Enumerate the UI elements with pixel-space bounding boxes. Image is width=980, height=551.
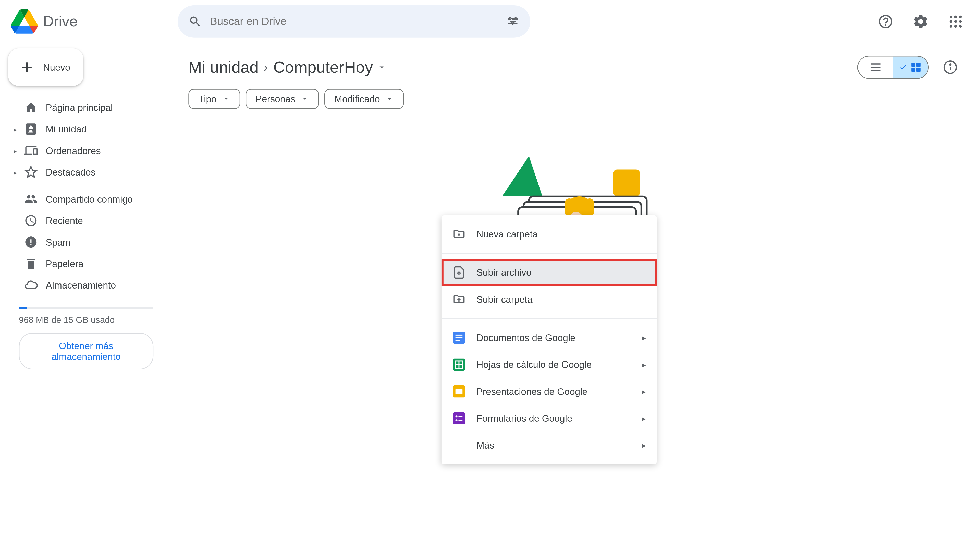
menu-upload-file[interactable]: Subir archivo (442, 259, 657, 286)
menu-item-label: Más (476, 440, 494, 451)
new-button-label: Nuevo (43, 62, 70, 73)
menu-google-slides[interactable]: Presentaciones de Google ▸ (442, 378, 657, 405)
sidebar-item-home[interactable]: Página principal (8, 97, 164, 118)
svg-point-15 (954, 25, 957, 28)
file-upload-icon (452, 266, 466, 279)
breadcrumb: Mi unidad › ComputerHoy (188, 58, 387, 77)
grid-icon (910, 61, 922, 73)
gear-icon (913, 14, 929, 30)
search-icon (188, 15, 202, 28)
menu-item-label: Nueva carpeta (476, 229, 538, 240)
sidebar-item-shared[interactable]: Compartido conmigo (8, 188, 164, 210)
sidebar-item-spam[interactable]: Spam (8, 231, 164, 253)
svg-rect-46 (458, 416, 463, 417)
chevron-right-icon: ▸ (642, 441, 646, 450)
sidebar: Nuevo Página principal Mi unidad Ordenad… (0, 43, 172, 551)
list-icon (869, 60, 882, 74)
spam-icon (24, 235, 38, 249)
svg-rect-19 (912, 68, 915, 72)
caret-down-icon (377, 62, 387, 72)
header: Drive (0, 0, 980, 43)
drive-logo-icon (11, 8, 38, 35)
search-input[interactable] (210, 16, 498, 27)
filter-label: Modificado (334, 94, 380, 104)
svg-rect-37 (455, 340, 460, 341)
get-more-storage-button[interactable]: Obtener más almacenamiento (19, 333, 153, 369)
svg-rect-43 (455, 389, 463, 394)
caret-down-icon (385, 95, 393, 103)
app-title: Drive (43, 13, 78, 30)
apps-icon (948, 14, 964, 30)
info-icon (943, 60, 958, 75)
svg-rect-24 (613, 170, 640, 197)
chevron-right-icon: › (264, 60, 268, 74)
menu-google-sheets[interactable]: Hojas de cálculo de Google ▸ (442, 351, 657, 378)
header-icons (872, 8, 969, 35)
svg-point-45 (455, 415, 458, 417)
sidebar-item-trash[interactable]: Papelera (8, 253, 164, 275)
sidebar-item-storage[interactable]: Almacenamiento (8, 275, 164, 296)
menu-more[interactable]: Más ▸ (442, 432, 657, 459)
apps-button[interactable] (942, 8, 969, 35)
menu-new-folder[interactable]: Nueva carpeta (442, 221, 657, 248)
svg-point-13 (959, 20, 962, 23)
logo-area[interactable]: Drive (11, 8, 172, 35)
help-button[interactable] (872, 8, 899, 35)
sheets-icon (452, 358, 466, 372)
storage-section: 968 MB de 15 GB usado Obtener más almace… (8, 296, 164, 375)
sidebar-item-mydrive[interactable]: Mi unidad (8, 118, 164, 140)
new-button[interactable]: Nuevo (8, 48, 84, 86)
storage-used-text: 968 MB de 15 GB usado (19, 315, 153, 325)
filters: Tipo Personas Modificado (188, 89, 964, 109)
filter-modified[interactable]: Modificado (325, 89, 404, 109)
storage-bar (19, 306, 153, 310)
drive-icon (24, 122, 38, 136)
help-icon (878, 14, 894, 30)
context-menu: Nueva carpeta Subir archivo Subir carpet… (442, 215, 657, 464)
chevron-right-icon: ▸ (642, 333, 646, 342)
search-bar[interactable] (178, 5, 530, 38)
list-view-button[interactable] (858, 57, 893, 78)
breadcrumb-current[interactable]: ComputerHoy (273, 58, 387, 77)
blank-icon (452, 438, 466, 452)
sidebar-item-computers[interactable]: Ordenadores (8, 140, 164, 161)
svg-rect-48 (458, 420, 463, 421)
home-icon (24, 101, 38, 114)
chevron-right-icon: ▸ (642, 387, 646, 396)
caret-down-icon (301, 95, 309, 103)
svg-point-23 (950, 64, 951, 65)
chevron-right-icon: ▸ (642, 414, 646, 423)
folder-new-icon (452, 227, 466, 241)
view-controls (858, 54, 964, 81)
search-options-icon[interactable] (506, 15, 520, 28)
menu-item-label: Formularios de Google (476, 413, 573, 424)
sidebar-item-label: Ordenadores (46, 145, 100, 156)
chevron-right-icon: ▸ (642, 360, 646, 369)
plus-icon (19, 59, 35, 75)
sidebar-item-label: Destacados (46, 167, 95, 178)
breadcrumb-root[interactable]: Mi unidad (188, 58, 258, 77)
svg-point-10 (959, 16, 962, 18)
menu-item-label: Subir carpeta (476, 294, 533, 305)
sidebar-item-label: Mi unidad (46, 124, 86, 135)
menu-item-label: Presentaciones de Google (476, 386, 587, 397)
filter-type[interactable]: Tipo (188, 89, 240, 109)
menu-upload-folder[interactable]: Subir carpeta (442, 286, 657, 313)
settings-button[interactable] (907, 8, 934, 35)
forms-icon (452, 412, 466, 425)
filter-label: Tipo (199, 94, 216, 104)
main-content: Mi unidad › ComputerHoy (172, 43, 980, 551)
menu-item-label: Subir archivo (476, 267, 531, 278)
svg-rect-17 (912, 63, 915, 67)
star-icon (24, 165, 38, 179)
menu-google-docs[interactable]: Documentos de Google ▸ (442, 324, 657, 351)
grid-view-button[interactable] (893, 57, 928, 78)
devices-icon (24, 144, 38, 157)
filter-people[interactable]: Personas (245, 89, 319, 109)
sidebar-item-recent[interactable]: Reciente (8, 210, 164, 231)
svg-point-11 (950, 20, 953, 23)
sidebar-item-starred[interactable]: Destacados (8, 162, 164, 183)
info-button[interactable] (937, 54, 964, 81)
menu-google-forms[interactable]: Formularios de Google ▸ (442, 405, 657, 432)
svg-point-30 (585, 198, 594, 208)
